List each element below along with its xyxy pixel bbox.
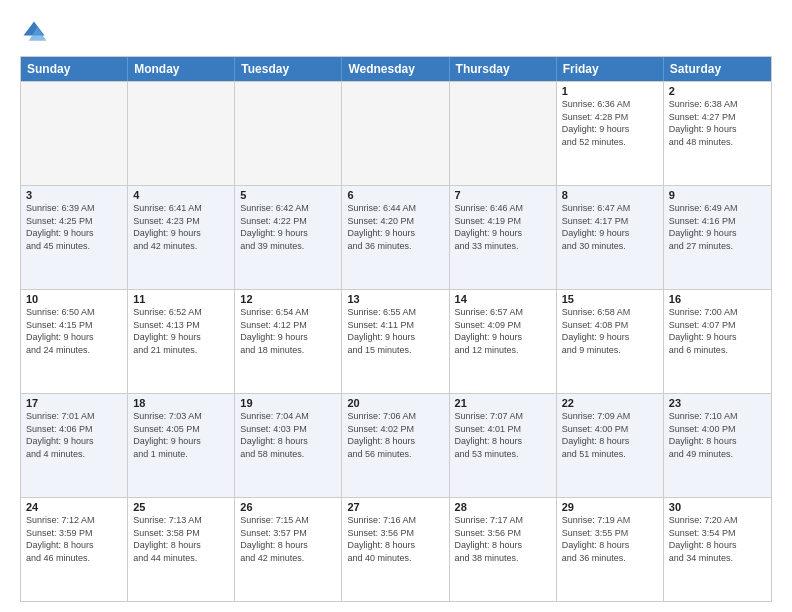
day-number: 3	[26, 189, 122, 201]
day-info: Sunrise: 7:00 AM Sunset: 4:07 PM Dayligh…	[669, 306, 766, 356]
empty-cell	[450, 82, 557, 185]
calendar-row-3: 10Sunrise: 6:50 AM Sunset: 4:15 PM Dayli…	[21, 289, 771, 393]
day-info: Sunrise: 7:10 AM Sunset: 4:00 PM Dayligh…	[669, 410, 766, 460]
calendar-header: SundayMondayTuesdayWednesdayThursdayFrid…	[21, 57, 771, 81]
day-cell-19: 19Sunrise: 7:04 AM Sunset: 4:03 PM Dayli…	[235, 394, 342, 497]
day-info: Sunrise: 6:57 AM Sunset: 4:09 PM Dayligh…	[455, 306, 551, 356]
day-number: 30	[669, 501, 766, 513]
day-cell-15: 15Sunrise: 6:58 AM Sunset: 4:08 PM Dayli…	[557, 290, 664, 393]
day-info: Sunrise: 6:46 AM Sunset: 4:19 PM Dayligh…	[455, 202, 551, 252]
day-info: Sunrise: 6:47 AM Sunset: 4:17 PM Dayligh…	[562, 202, 658, 252]
day-number: 24	[26, 501, 122, 513]
header	[20, 18, 772, 46]
day-number: 29	[562, 501, 658, 513]
day-info: Sunrise: 7:16 AM Sunset: 3:56 PM Dayligh…	[347, 514, 443, 564]
day-info: Sunrise: 6:54 AM Sunset: 4:12 PM Dayligh…	[240, 306, 336, 356]
day-info: Sunrise: 7:03 AM Sunset: 4:05 PM Dayligh…	[133, 410, 229, 460]
day-number: 12	[240, 293, 336, 305]
day-info: Sunrise: 6:55 AM Sunset: 4:11 PM Dayligh…	[347, 306, 443, 356]
calendar-row-5: 24Sunrise: 7:12 AM Sunset: 3:59 PM Dayli…	[21, 497, 771, 601]
empty-cell	[21, 82, 128, 185]
day-number: 23	[669, 397, 766, 409]
day-info: Sunrise: 7:04 AM Sunset: 4:03 PM Dayligh…	[240, 410, 336, 460]
day-cell-8: 8Sunrise: 6:47 AM Sunset: 4:17 PM Daylig…	[557, 186, 664, 289]
day-info: Sunrise: 7:17 AM Sunset: 3:56 PM Dayligh…	[455, 514, 551, 564]
day-number: 10	[26, 293, 122, 305]
day-cell-30: 30Sunrise: 7:20 AM Sunset: 3:54 PM Dayli…	[664, 498, 771, 601]
header-day-tuesday: Tuesday	[235, 57, 342, 81]
day-info: Sunrise: 7:15 AM Sunset: 3:57 PM Dayligh…	[240, 514, 336, 564]
calendar-row-4: 17Sunrise: 7:01 AM Sunset: 4:06 PM Dayli…	[21, 393, 771, 497]
day-number: 20	[347, 397, 443, 409]
day-cell-9: 9Sunrise: 6:49 AM Sunset: 4:16 PM Daylig…	[664, 186, 771, 289]
day-info: Sunrise: 7:20 AM Sunset: 3:54 PM Dayligh…	[669, 514, 766, 564]
day-number: 28	[455, 501, 551, 513]
day-number: 11	[133, 293, 229, 305]
day-number: 14	[455, 293, 551, 305]
day-info: Sunrise: 7:13 AM Sunset: 3:58 PM Dayligh…	[133, 514, 229, 564]
day-cell-25: 25Sunrise: 7:13 AM Sunset: 3:58 PM Dayli…	[128, 498, 235, 601]
day-number: 18	[133, 397, 229, 409]
day-info: Sunrise: 7:09 AM Sunset: 4:00 PM Dayligh…	[562, 410, 658, 460]
day-info: Sunrise: 7:12 AM Sunset: 3:59 PM Dayligh…	[26, 514, 122, 564]
day-number: 4	[133, 189, 229, 201]
day-cell-27: 27Sunrise: 7:16 AM Sunset: 3:56 PM Dayli…	[342, 498, 449, 601]
day-number: 2	[669, 85, 766, 97]
day-cell-4: 4Sunrise: 6:41 AM Sunset: 4:23 PM Daylig…	[128, 186, 235, 289]
day-info: Sunrise: 6:41 AM Sunset: 4:23 PM Dayligh…	[133, 202, 229, 252]
day-cell-11: 11Sunrise: 6:52 AM Sunset: 4:13 PM Dayli…	[128, 290, 235, 393]
day-cell-5: 5Sunrise: 6:42 AM Sunset: 4:22 PM Daylig…	[235, 186, 342, 289]
day-info: Sunrise: 7:06 AM Sunset: 4:02 PM Dayligh…	[347, 410, 443, 460]
day-info: Sunrise: 6:52 AM Sunset: 4:13 PM Dayligh…	[133, 306, 229, 356]
header-day-wednesday: Wednesday	[342, 57, 449, 81]
day-info: Sunrise: 7:01 AM Sunset: 4:06 PM Dayligh…	[26, 410, 122, 460]
day-cell-6: 6Sunrise: 6:44 AM Sunset: 4:20 PM Daylig…	[342, 186, 449, 289]
day-cell-22: 22Sunrise: 7:09 AM Sunset: 4:00 PM Dayli…	[557, 394, 664, 497]
day-info: Sunrise: 7:07 AM Sunset: 4:01 PM Dayligh…	[455, 410, 551, 460]
day-number: 16	[669, 293, 766, 305]
day-number: 26	[240, 501, 336, 513]
calendar-body: 1Sunrise: 6:36 AM Sunset: 4:28 PM Daylig…	[21, 81, 771, 601]
day-number: 5	[240, 189, 336, 201]
empty-cell	[235, 82, 342, 185]
day-number: 7	[455, 189, 551, 201]
day-cell-1: 1Sunrise: 6:36 AM Sunset: 4:28 PM Daylig…	[557, 82, 664, 185]
header-day-monday: Monday	[128, 57, 235, 81]
day-cell-21: 21Sunrise: 7:07 AM Sunset: 4:01 PM Dayli…	[450, 394, 557, 497]
day-number: 19	[240, 397, 336, 409]
day-number: 8	[562, 189, 658, 201]
day-info: Sunrise: 6:39 AM Sunset: 4:25 PM Dayligh…	[26, 202, 122, 252]
calendar-row-2: 3Sunrise: 6:39 AM Sunset: 4:25 PM Daylig…	[21, 185, 771, 289]
day-info: Sunrise: 6:58 AM Sunset: 4:08 PM Dayligh…	[562, 306, 658, 356]
day-number: 25	[133, 501, 229, 513]
day-cell-2: 2Sunrise: 6:38 AM Sunset: 4:27 PM Daylig…	[664, 82, 771, 185]
empty-cell	[342, 82, 449, 185]
day-info: Sunrise: 6:50 AM Sunset: 4:15 PM Dayligh…	[26, 306, 122, 356]
day-info: Sunrise: 6:49 AM Sunset: 4:16 PM Dayligh…	[669, 202, 766, 252]
empty-cell	[128, 82, 235, 185]
day-number: 1	[562, 85, 658, 97]
day-info: Sunrise: 7:19 AM Sunset: 3:55 PM Dayligh…	[562, 514, 658, 564]
day-cell-28: 28Sunrise: 7:17 AM Sunset: 3:56 PM Dayli…	[450, 498, 557, 601]
day-number: 15	[562, 293, 658, 305]
day-cell-24: 24Sunrise: 7:12 AM Sunset: 3:59 PM Dayli…	[21, 498, 128, 601]
day-number: 22	[562, 397, 658, 409]
day-cell-10: 10Sunrise: 6:50 AM Sunset: 4:15 PM Dayli…	[21, 290, 128, 393]
header-day-saturday: Saturday	[664, 57, 771, 81]
day-number: 9	[669, 189, 766, 201]
day-cell-14: 14Sunrise: 6:57 AM Sunset: 4:09 PM Dayli…	[450, 290, 557, 393]
day-cell-20: 20Sunrise: 7:06 AM Sunset: 4:02 PM Dayli…	[342, 394, 449, 497]
day-cell-17: 17Sunrise: 7:01 AM Sunset: 4:06 PM Dayli…	[21, 394, 128, 497]
day-number: 13	[347, 293, 443, 305]
logo	[20, 18, 52, 46]
calendar: SundayMondayTuesdayWednesdayThursdayFrid…	[20, 56, 772, 602]
header-day-sunday: Sunday	[21, 57, 128, 81]
day-number: 6	[347, 189, 443, 201]
page: SundayMondayTuesdayWednesdayThursdayFrid…	[0, 0, 792, 612]
day-number: 27	[347, 501, 443, 513]
day-cell-23: 23Sunrise: 7:10 AM Sunset: 4:00 PM Dayli…	[664, 394, 771, 497]
day-info: Sunrise: 6:36 AM Sunset: 4:28 PM Dayligh…	[562, 98, 658, 148]
day-number: 17	[26, 397, 122, 409]
day-number: 21	[455, 397, 551, 409]
calendar-row-1: 1Sunrise: 6:36 AM Sunset: 4:28 PM Daylig…	[21, 81, 771, 185]
